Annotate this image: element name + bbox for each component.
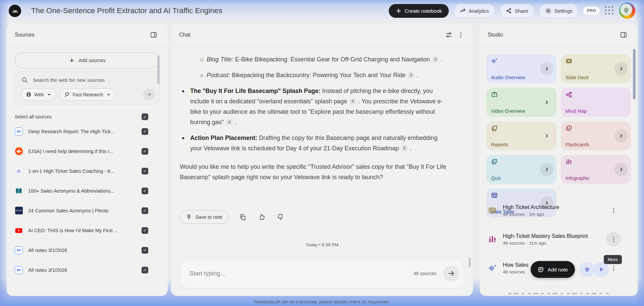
select-all-checkbox[interactable]: ✓ [142, 113, 148, 120]
source-checkbox[interactable]: ✓ [142, 168, 148, 174]
search-submit-button[interactable] [143, 89, 155, 100]
chat-timestamp: Today • 6:39 PM [171, 242, 473, 247]
body-text: . [415, 72, 418, 79]
audio-icon [488, 264, 497, 272]
source-row[interactable]: (USA) I need help determining if this r.… [7, 141, 168, 161]
save-to-note-label: Save to note [195, 214, 222, 220]
chevron-right-icon[interactable] [614, 129, 628, 143]
chat-scrollbar[interactable] [469, 257, 471, 267]
studio-tile-label: Slide Deck [566, 75, 589, 80]
studio-scrollbar[interactable] [633, 49, 636, 99]
chevron-right-icon[interactable] [540, 163, 553, 176]
more-options-button[interactable] [606, 232, 621, 247]
chat-input[interactable] [189, 270, 414, 277]
share-button[interactable]: Share [500, 4, 534, 18]
create-notebook-button[interactable]: Create notebook [389, 4, 449, 18]
more-tooltip: More [604, 255, 622, 264]
studio-tools-grid: Audio OverviewSlide DeckVideo OverviewMi… [486, 54, 631, 217]
hand-wave-icon [583, 266, 591, 273]
web-filter-dropdown[interactable]: Web [21, 88, 56, 101]
select-all-label: Select all sources [15, 114, 52, 119]
add-sources-label: Add sources [78, 58, 106, 63]
notebooklm-logo-icon[interactable] [9, 5, 21, 17]
studio-tile-flashcards[interactable]: Flashcards [561, 121, 631, 150]
citation-chip[interactable]: 4 [226, 119, 233, 125]
research-mode-dropdown[interactable]: Fast Research [60, 88, 116, 101]
citation-chip[interactable]: 3 [408, 72, 415, 79]
studio-item[interactable]: High-Ticket Mastery Sales Blueprint48 so… [480, 225, 638, 254]
copy-button[interactable] [238, 213, 247, 221]
source-checkbox[interactable]: ✓ [142, 267, 148, 273]
chat-settings-tune-icon[interactable] [443, 29, 455, 41]
research-mode-label: Fast Research [73, 92, 103, 97]
studio-tile-label: Reports [491, 142, 508, 147]
source-checkbox[interactable]: ✓ [142, 188, 148, 194]
chat-more-options-icon[interactable] [455, 29, 467, 41]
send-button[interactable] [443, 265, 459, 282]
source-row[interactable]: Deep Research Report: The High-Tick...✓ [7, 121, 168, 141]
chevron-right-icon[interactable] [540, 96, 553, 109]
clipped-studio-item [508, 293, 611, 294]
web-search-box: Web Fast Research [15, 71, 160, 105]
studio-item-title: High Ticket Architecture [503, 204, 600, 210]
studio-tile-infographic[interactable]: Infographic [561, 155, 631, 184]
chevron-down-icon [47, 92, 52, 97]
collapse-panel-icon[interactable] [618, 29, 630, 41]
source-title: 1-on-1 High Ticket Sales Coaching - K... [28, 168, 136, 174]
pin-icon [186, 214, 192, 220]
plus-icon [395, 8, 402, 14]
chevron-right-icon[interactable] [614, 163, 628, 176]
studio-tile-reports[interactable]: Reports [486, 121, 556, 150]
chevron-down-icon [106, 92, 111, 97]
interactive-mode-button[interactable] [579, 262, 595, 277]
studio-tile-slide-deck[interactable]: Slide Deck [561, 54, 631, 83]
save-to-note-button[interactable]: Save to note [180, 210, 228, 224]
plus-icon [69, 57, 75, 63]
thumbs-down-button[interactable] [276, 213, 285, 221]
source-title: (USA) I need help determining if this r.… [28, 149, 136, 154]
source-checkbox[interactable]: ✓ [142, 128, 148, 135]
chat-response: Blog Title: E-Bike Bikepacking: Essentia… [180, 54, 447, 188]
chat-paragraph: Would you like me to help you write the … [180, 162, 447, 183]
studio-tile-quiz[interactable]: ?Quiz [486, 155, 556, 184]
source-row[interactable]: PLECTO24 Common Sales Acronyms | Plecto✓ [7, 201, 168, 220]
gear-icon [545, 8, 551, 14]
youtube-icon [15, 226, 23, 235]
studio-tile-audio-overview[interactable]: Audio Overview [486, 54, 556, 83]
citation-chip[interactable]: 4 [349, 98, 356, 105]
citation-chip[interactable]: 5 [401, 145, 408, 152]
settings-button[interactable]: Settings [539, 4, 579, 18]
chevron-right-icon[interactable] [540, 129, 553, 143]
account-avatar[interactable] [619, 3, 635, 19]
settings-label: Settings [554, 8, 573, 14]
sources-scrollbar[interactable] [157, 55, 160, 84]
studio-item[interactable]: High Ticket Architecture48 sources · 1m … [480, 196, 638, 225]
source-row[interactable]: All notes 3/1/2026✓ [7, 240, 168, 260]
add-sources-button[interactable]: Add sources [15, 52, 160, 68]
add-note-button[interactable]: Add note [531, 261, 575, 278]
notebook-doc-icon [15, 266, 23, 274]
studio-tile-mind-map[interactable]: Mind Map [561, 88, 631, 117]
search-sources-input[interactable] [32, 77, 155, 83]
source-row[interactable]: 1-on-1 High Ticket Sales Coaching - K...… [7, 161, 168, 181]
source-checkbox[interactable]: ✓ [142, 247, 148, 254]
studio-tile-video-overview[interactable]: Video Overview [486, 88, 556, 117]
source-checkbox[interactable]: ✓ [142, 207, 148, 214]
google-apps-grid-icon[interactable] [604, 6, 614, 16]
studio-tile-label: Flashcards [566, 142, 589, 147]
source-checkbox[interactable]: ✓ [142, 148, 148, 155]
chat-sub-bullet: Podcast: Bikepacking the Backcountry: Po… [180, 70, 447, 81]
chevron-right-icon[interactable] [540, 62, 553, 75]
collapse-panel-icon[interactable] [148, 29, 160, 41]
thumbs-up-button[interactable] [257, 213, 266, 221]
more-options-button[interactable] [606, 203, 621, 218]
source-row[interactable]: All notes 3/1/2026✓ [7, 260, 168, 280]
analytics-button[interactable]: Analytics [453, 4, 495, 18]
chevron-right-icon[interactable] [614, 62, 628, 75]
studio-tile-label: Infographic [566, 175, 590, 181]
source-checkbox[interactable]: ✓ [142, 227, 148, 234]
source-row[interactable]: 100+ Sales Acronyms & Abbreviations...✓ [7, 181, 168, 201]
disclaimer: NotebookLM can be inaccurate; please dou… [0, 299, 644, 304]
source-row[interactable]: AI CEO: THIS is How I'd Make My First ..… [7, 220, 168, 240]
citation-chip[interactable]: 3 [432, 56, 439, 63]
